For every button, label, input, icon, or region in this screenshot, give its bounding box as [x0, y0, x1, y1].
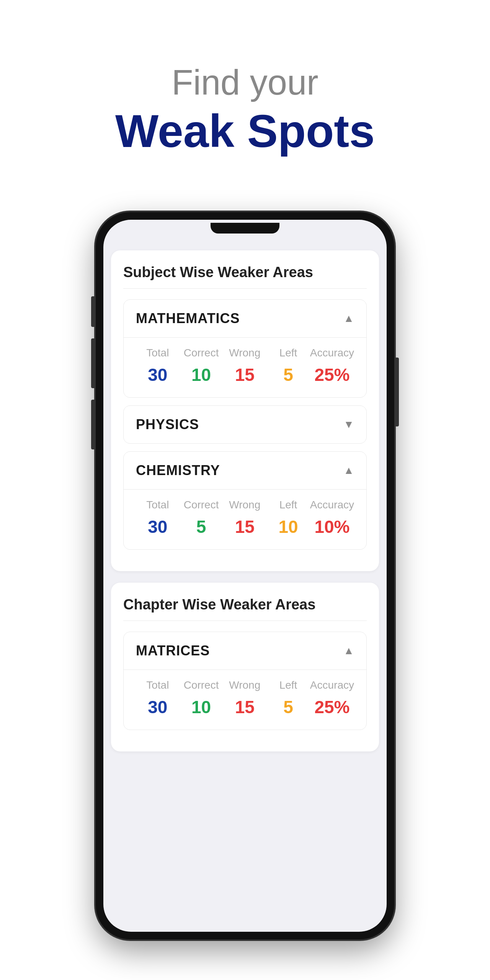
chemistry-stats-grid: Total 30 Correct 5 Wrong 15 [136, 499, 354, 537]
chem-left: Left 10 [266, 499, 310, 537]
chem-correct-label: Correct [184, 499, 219, 511]
mat-wrong-value: 15 [235, 697, 255, 717]
matrices-name: MATRICES [136, 643, 210, 659]
math-accuracy: Accuracy 25% [310, 347, 354, 385]
chem-left-label: Left [279, 499, 297, 511]
chemistry-name: CHEMISTRY [136, 462, 220, 479]
physics-chevron: ▼ [343, 418, 354, 431]
math-correct-value: 10 [191, 364, 211, 385]
mat-accuracy-label: Accuracy [310, 679, 354, 691]
mat-correct: Correct 10 [180, 679, 223, 717]
phone-button-power [396, 358, 399, 426]
matrices-stats: Total 30 Correct 10 Wrong 15 [124, 670, 366, 730]
mat-left-value: 5 [283, 697, 293, 717]
mat-accuracy-value: 25% [314, 697, 350, 717]
chem-accuracy: Accuracy 10% [310, 499, 354, 537]
mat-total-label: Total [146, 679, 169, 691]
hero-title: Weak Spots [15, 103, 475, 158]
physics-name: PHYSICS [136, 416, 199, 433]
math-total-value: 30 [148, 364, 167, 385]
mathematics-stats: Total 30 Correct 10 Wrong 15 [124, 337, 366, 397]
mathematics-stats-grid: Total 30 Correct 10 Wrong 15 [136, 347, 354, 385]
mathematics-chevron: ▲ [343, 312, 354, 325]
mathematics-header[interactable]: MATHEMATICS ▲ [124, 300, 366, 337]
matrices-header[interactable]: MATRICES ▲ [124, 632, 366, 670]
math-wrong-label: Wrong [229, 347, 260, 359]
chem-total-value: 30 [148, 516, 167, 537]
phone-button-vol-up [91, 338, 94, 388]
mat-left: Left 5 [266, 679, 310, 717]
chem-correct-value: 5 [196, 516, 206, 537]
chapter-card-matrices: MATRICES ▲ Total 30 Correct [123, 632, 367, 730]
phone-button-vol-down [91, 400, 94, 449]
matrices-chevron: ▲ [343, 645, 354, 657]
subject-wise-card: Subject Wise Weaker Areas MATHEMATICS ▲ … [111, 250, 379, 571]
chem-accuracy-label: Accuracy [310, 499, 354, 511]
math-total: Total 30 [136, 347, 180, 385]
math-total-label: Total [146, 347, 169, 359]
chapter-section-title: Chapter Wise Weaker Areas [123, 596, 367, 621]
math-correct: Correct 10 [180, 347, 223, 385]
mat-correct-label: Correct [184, 679, 219, 691]
chem-total: Total 30 [136, 499, 180, 537]
chem-wrong-label: Wrong [229, 499, 260, 511]
chem-wrong-value: 15 [235, 516, 255, 537]
mat-total: Total 30 [136, 679, 180, 717]
chem-accuracy-value: 10% [314, 516, 350, 537]
chemistry-stats: Total 30 Correct 5 Wrong 15 [124, 489, 366, 549]
mat-total-value: 30 [148, 697, 167, 717]
screen-content: Subject Wise Weaker Areas MATHEMATICS ▲ … [103, 243, 387, 759]
mat-accuracy: Accuracy 25% [310, 679, 354, 717]
math-wrong-value: 15 [235, 364, 255, 385]
mat-wrong: Wrong 15 [223, 679, 266, 717]
phone-screen: Subject Wise Weaker Areas MATHEMATICS ▲ … [103, 220, 387, 932]
math-left-value: 5 [283, 364, 293, 385]
subject-card-physics: PHYSICS ▼ [123, 405, 367, 444]
matrices-stats-grid: Total 30 Correct 10 Wrong 15 [136, 679, 354, 717]
mat-wrong-label: Wrong [229, 679, 260, 691]
math-correct-label: Correct [184, 347, 219, 359]
chem-total-label: Total [146, 499, 169, 511]
subject-card-mathematics: MATHEMATICS ▲ Total 30 Correct [123, 299, 367, 398]
mathematics-name: MATHEMATICS [136, 310, 240, 327]
mat-correct-value: 10 [191, 697, 211, 717]
math-wrong: Wrong 15 [223, 347, 266, 385]
math-left-label: Left [279, 347, 297, 359]
phone-frame: Subject Wise Weaker Areas MATHEMATICS ▲ … [96, 212, 394, 939]
chemistry-header[interactable]: CHEMISTRY ▲ [124, 452, 366, 489]
chapter-wise-card: Chapter Wise Weaker Areas MATRICES ▲ Tot… [111, 583, 379, 751]
phone-wrapper: Subject Wise Weaker Areas MATHEMATICS ▲ … [96, 212, 394, 939]
subject-card-chemistry: CHEMISTRY ▲ Total 30 Correct [123, 451, 367, 550]
chem-left-value: 10 [278, 516, 298, 537]
subject-section-title: Subject Wise Weaker Areas [123, 264, 367, 289]
phone-notch [211, 223, 279, 234]
math-left: Left 5 [266, 347, 310, 385]
hero-section: Find your Weak Spots [0, 0, 490, 189]
mat-left-label: Left [279, 679, 297, 691]
chem-wrong: Wrong 15 [223, 499, 266, 537]
math-accuracy-label: Accuracy [310, 347, 354, 359]
chem-correct: Correct 5 [180, 499, 223, 537]
physics-header[interactable]: PHYSICS ▼ [124, 406, 366, 443]
math-accuracy-value: 25% [314, 364, 350, 385]
chemistry-chevron: ▲ [343, 464, 354, 477]
phone-button-mute [91, 296, 94, 327]
hero-subtitle: Find your [15, 61, 475, 103]
